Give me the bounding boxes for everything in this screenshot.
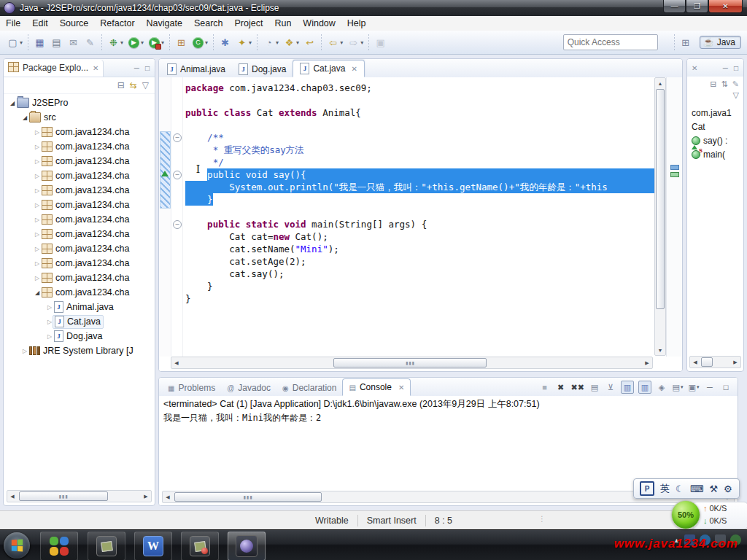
code-line[interactable]: */ [185,156,655,168]
menu-item-run[interactable]: Run [268,17,297,30]
tree-item-src[interactable]: ◢src [4,110,155,125]
ime-settings-icon[interactable]: ⚙ [724,483,732,494]
code-line[interactable]: } [185,292,655,305]
run-external-tools-button[interactable]: ▶▾ [147,35,166,50]
expand-arrow-icon[interactable]: ▷ [33,129,42,136]
dropdown-arrow-icon[interactable]: ▾ [249,39,252,46]
expand-arrow-icon[interactable]: ▷ [45,333,54,340]
expand-arrow-icon[interactable]: ▷ [33,260,42,267]
tree-item-com-java1234-cha[interactable]: ◢com.java1234.cha [4,285,155,300]
java-perspective-button[interactable]: ☕ Java [700,36,741,49]
import-button[interactable]: ✉ [66,35,81,50]
tree-item-com-java1234-cha[interactable]: ▷com.java1234.cha [4,125,155,139]
editor-vscrollbar[interactable]: ▲ ▼ [654,77,666,356]
new-java-project-button[interactable]: ⊞ [174,35,189,50]
pin-console-icon[interactable]: ◈ [656,381,667,393]
outline-item-say-[interactable]: say() : [692,133,743,147]
link-with-editor-icon[interactable]: ⇆ [130,80,137,90]
menu-item-edit[interactable]: Edit [26,17,54,30]
menu-item-refactor[interactable]: Refactor [94,17,140,30]
code-line[interactable]: } [185,193,655,206]
tree-item-com-java1234-cha[interactable]: ▷com.java1234.cha [4,212,155,227]
tree-item-dog-java[interactable]: ▷JDog.java [4,329,155,343]
expand-arrow-icon[interactable]: ▷ [45,304,54,311]
view-menu-icon[interactable]: ▽ [142,80,149,90]
maximize-icon[interactable]: □ [720,381,732,393]
new-working-set-button[interactable]: ❖▾ [282,35,301,50]
print-button[interactable]: ▤ [49,35,64,50]
tree-item-cat-java[interactable]: ▷JCat.java [4,314,155,329]
tree-item-com-java1234-cha[interactable]: ▷com.java1234.cha [4,139,155,154]
menu-item-source[interactable]: Source [54,17,95,30]
dropdown-arrow-icon[interactable]: ▾ [340,39,343,46]
maximize-view-icon[interactable]: □ [734,64,738,72]
minimize-view-icon[interactable]: ─ [134,64,139,72]
expand-arrow-icon[interactable]: ▷ [33,202,42,209]
net-speed-monitor[interactable]: 50% ↑0K/S ↓0K/S [671,500,700,529]
scroll-down-icon[interactable]: ▼ [655,345,665,355]
outline-item-com-java1[interactable]: com.java1 [692,106,743,120]
net-speed-ball[interactable]: 50% [671,500,700,529]
code-line[interactable]: cat.setName("Mini"); [185,243,655,255]
package-explorer-close-icon[interactable]: ✕ [93,64,98,72]
new-java-class-button[interactable]: C▾ [190,35,209,50]
tree-item-com-java1234-cha[interactable]: ▷com.java1234.cha [4,168,155,183]
code-line[interactable] [185,206,655,218]
close-tab-icon[interactable]: ✕ [398,384,404,392]
editor-tab-dog-java[interactable]: JDog.java [232,61,293,77]
taskbar-item-snapshot-viewer[interactable] [181,532,219,560]
scroll-left-icon[interactable]: ◀ [7,494,18,499]
remove-launch-icon[interactable]: ✖ [555,381,567,393]
collapse-arrow-icon[interactable]: ◢ [20,114,29,121]
view-menu-icon[interactable]: ▽ [733,90,739,100]
title-bar[interactable]: Java - J2SEPro/src/com/java1234/chap03/s… [0,0,747,16]
search-button[interactable]: ✦▾ [234,35,253,50]
console-tab-problems[interactable]: ▦Problems [162,380,221,396]
hide-fields-icon[interactable]: ✎ [732,79,739,89]
expand-arrow-icon[interactable]: ▷ [33,246,42,252]
scroll-lock-icon[interactable]: ⊻ [605,381,616,393]
code-line[interactable] [185,94,655,106]
debug-button[interactable]: ❉▾ [106,35,125,50]
expand-arrow-icon[interactable]: ▷ [33,231,42,238]
new-wizard-button[interactable]: ▢▾ [5,35,24,50]
tree-item-com-java1234-cha[interactable]: ▷com.java1234.cha [4,256,155,271]
terminate-icon[interactable]: ■ [539,381,551,393]
start-button[interactable] [4,532,30,559]
dropdown-arrow-icon[interactable]: ▾ [205,39,208,46]
dropdown-arrow-icon[interactable]: ▾ [20,39,23,46]
pin-editor-button[interactable]: ▣ [373,35,388,50]
code-line[interactable]: public static void main(String[] args) { [185,218,655,230]
close-button[interactable]: ✕ [708,0,743,13]
folding-column[interactable]: ––– [171,77,183,357]
expand-arrow-icon[interactable]: ▷ [33,187,42,194]
expand-arrow-icon[interactable]: ▷ [33,144,42,150]
taskbar-item-360-safe[interactable] [40,532,78,560]
scroll-right-icon[interactable]: ▶ [642,360,652,366]
display-console-icon[interactable]: ▤▾ [672,381,684,393]
package-explorer-hscrollbar[interactable]: ◀ ▮▮▮ ▶ [7,490,152,502]
quick-access-input[interactable] [563,34,658,50]
console-tab-console[interactable]: ▤Console✕ [342,378,411,396]
collapse-all-icon[interactable]: ⊟ [710,79,716,89]
annotation-ruler[interactable] [159,77,171,357]
editor-hscrollbar[interactable]: ◀ ▮▮▮ ▶ [171,357,653,369]
fold-collapse-icon[interactable]: – [173,220,182,229]
open-console-icon[interactable]: ▣▾ [688,381,700,393]
collapse-all-icon[interactable]: ⊟ [117,80,125,90]
scroll-left-icon[interactable]: ◀ [690,359,700,365]
tree-item-com-java1234-cha[interactable]: ▷com.java1234.cha [4,198,155,212]
dropdown-arrow-icon[interactable]: ▾ [120,39,123,46]
scroll-up-icon[interactable]: ▲ [655,78,665,88]
code-line[interactable]: cat.say(); [185,268,655,280]
fold-collapse-icon[interactable]: – [173,133,182,142]
tree-item-com-java1234-cha[interactable]: ▷com.java1234.cha [4,241,155,256]
back-button[interactable]: ⇦▾ [325,35,344,50]
tree-item-jre-system-library-j[interactable]: ▷JRE System Library [J [4,343,155,358]
menu-item-search[interactable]: Search [188,17,229,30]
code-line[interactable]: * 重写父类的say方法 [185,144,655,156]
code-line[interactable]: Cat cat=new Cat(); [185,230,655,243]
outline-close-icon[interactable]: ✕ [692,64,697,72]
taskbar-item-image-viewer[interactable] [88,532,125,560]
soft-keyboard-icon[interactable]: ⌨ [690,483,704,494]
